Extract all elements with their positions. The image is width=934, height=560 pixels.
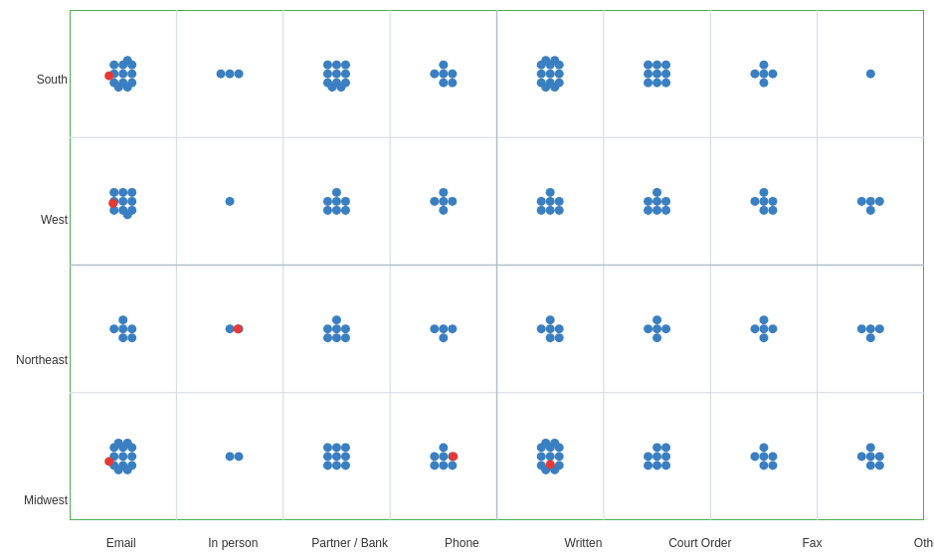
svg-point-174 (104, 457, 113, 466)
svg-point-58 (653, 70, 661, 79)
svg-point-87 (323, 197, 332, 206)
svg-point-196 (537, 452, 546, 461)
svg-point-85 (332, 197, 341, 206)
svg-point-145 (546, 315, 555, 324)
svg-point-220 (759, 443, 768, 452)
svg-point-25 (226, 70, 235, 79)
svg-point-153 (768, 324, 777, 333)
svg-point-120 (866, 206, 875, 215)
svg-point-211 (653, 461, 661, 469)
svg-point-60 (644, 70, 653, 79)
svg-point-62 (653, 61, 661, 70)
svg-point-136 (323, 333, 332, 342)
svg-point-86 (341, 197, 350, 206)
svg-point-26 (235, 70, 244, 79)
svg-point-127 (226, 324, 235, 333)
svg-point-73 (118, 197, 127, 206)
y-label-midwest: Midwest (0, 493, 68, 507)
svg-point-191 (448, 461, 457, 469)
svg-point-106 (644, 197, 653, 206)
svg-point-152 (759, 324, 768, 333)
svg-point-192 (430, 461, 439, 469)
svg-point-180 (332, 461, 341, 469)
svg-point-208 (653, 452, 661, 461)
svg-point-88 (332, 206, 341, 215)
svg-point-118 (875, 197, 884, 206)
svg-point-176 (235, 452, 244, 461)
svg-point-184 (341, 443, 350, 452)
svg-point-209 (661, 452, 670, 461)
svg-point-105 (661, 197, 670, 206)
svg-point-219 (759, 461, 768, 469)
svg-point-194 (546, 452, 555, 461)
svg-point-68 (768, 70, 777, 79)
svg-point-205 (550, 439, 559, 448)
svg-point-129 (234, 324, 243, 333)
svg-point-67 (759, 70, 768, 79)
svg-point-97 (546, 197, 555, 206)
x-label-written: Written (565, 536, 603, 550)
svg-point-77 (118, 188, 127, 197)
svg-point-93 (448, 197, 457, 206)
svg-point-100 (546, 206, 555, 215)
x-label-fax: Fax (802, 536, 822, 550)
svg-point-98 (555, 197, 564, 206)
svg-point-56 (550, 56, 559, 65)
svg-point-80 (127, 188, 136, 197)
svg-point-223 (875, 452, 884, 461)
svg-point-96 (439, 188, 448, 197)
svg-point-144 (546, 333, 555, 342)
svg-point-170 (123, 466, 132, 474)
svg-point-138 (448, 324, 457, 333)
svg-point-91 (323, 206, 332, 215)
svg-point-46 (555, 70, 564, 79)
svg-point-64 (644, 79, 653, 88)
svg-point-212 (653, 443, 661, 452)
svg-point-12 (118, 70, 127, 79)
svg-point-39 (439, 70, 448, 79)
svg-point-28 (332, 70, 341, 79)
x-label-inperson: In person (208, 536, 258, 550)
chart-container: South West Northeast Midwest Email In pe… (0, 0, 934, 560)
svg-point-27 (217, 70, 226, 79)
svg-point-215 (661, 443, 670, 452)
svg-point-116 (768, 206, 777, 215)
svg-point-108 (653, 188, 661, 197)
svg-point-59 (661, 70, 670, 79)
svg-point-92 (439, 197, 448, 206)
svg-point-162 (127, 452, 136, 461)
svg-point-227 (875, 461, 884, 469)
svg-point-126 (127, 333, 136, 342)
svg-point-114 (759, 206, 768, 215)
svg-point-141 (546, 324, 555, 333)
svg-point-124 (118, 333, 127, 342)
svg-point-218 (750, 452, 759, 461)
svg-point-137 (439, 324, 448, 333)
svg-point-115 (759, 188, 768, 197)
x-label-other: Other (914, 536, 934, 550)
svg-point-66 (644, 61, 653, 70)
svg-point-117 (866, 197, 875, 206)
svg-point-172 (123, 439, 132, 448)
svg-point-160 (866, 333, 875, 342)
svg-point-109 (661, 206, 670, 215)
svg-point-193 (449, 452, 458, 461)
svg-point-42 (439, 79, 448, 88)
svg-point-74 (127, 197, 136, 206)
svg-point-32 (332, 61, 341, 70)
svg-point-217 (768, 452, 777, 461)
svg-point-61 (653, 79, 661, 88)
x-label-courtorder: Court Order (668, 536, 731, 550)
svg-point-134 (332, 315, 341, 324)
svg-point-107 (653, 206, 661, 215)
svg-point-216 (759, 452, 768, 461)
svg-point-221 (768, 461, 777, 469)
svg-point-156 (759, 315, 768, 324)
svg-point-207 (546, 460, 555, 468)
svg-point-84 (226, 197, 235, 206)
svg-point-29 (341, 70, 350, 79)
svg-point-40 (448, 70, 457, 79)
svg-point-154 (750, 324, 759, 333)
svg-point-110 (644, 206, 653, 215)
svg-point-36 (323, 61, 332, 70)
